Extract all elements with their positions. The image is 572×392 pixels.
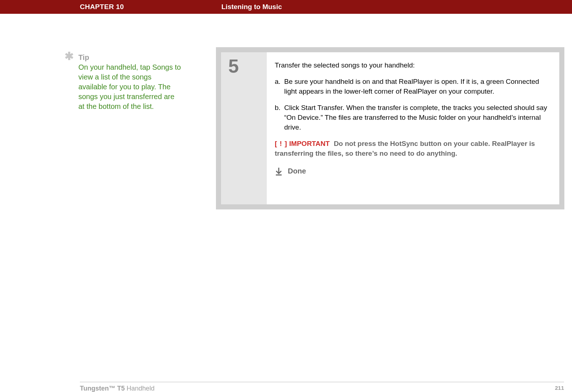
footer-product-rest: Handheld [125, 385, 155, 392]
important-brackets: [ ! ] [275, 140, 287, 147]
tip-heading: Tip [78, 53, 89, 62]
footer-rule [80, 382, 564, 382]
substep-text: Be sure your handheld is on and that Rea… [284, 77, 551, 96]
step-content: Transfer the selected songs to your hand… [267, 52, 559, 204]
asterisk-icon: ✱ [65, 51, 74, 62]
substep: a. Be sure your handheld is on and that … [275, 77, 551, 96]
step-intro: Transfer the selected songs to your hand… [275, 60, 551, 70]
substep-letter: b. [275, 103, 284, 132]
important-label: IMPORTANT [289, 140, 330, 147]
done-label: Done [288, 166, 306, 176]
done-row: Done [275, 166, 551, 176]
page-number: 211 [555, 385, 564, 391]
step-card: 5 Transfer the selected songs to your ha… [216, 47, 564, 209]
arrow-down-icon [275, 167, 283, 176]
substep-letter: a. [275, 77, 284, 96]
chapter-label: CHAPTER 10 [80, 3, 124, 11]
step-number: 5 [228, 55, 239, 77]
step-number-column: 5 [221, 52, 267, 204]
footer-product: Tungsten™ T5 Handheld [80, 385, 155, 392]
tip-body: On your handheld, tap Songs to view a li… [78, 62, 182, 111]
substep-text: Click Start Transfer. When the transfer … [284, 103, 551, 132]
header-banner: CHAPTER 10 Listening to Music [0, 0, 572, 14]
chapter-title: Listening to Music [221, 3, 282, 11]
footer-product-bold: Tungsten™ T5 [80, 385, 125, 392]
substep: b. Click Start Transfer. When the transf… [275, 103, 551, 132]
important-note: [ ! ] IMPORTANT Do not press the HotSync… [275, 139, 551, 158]
